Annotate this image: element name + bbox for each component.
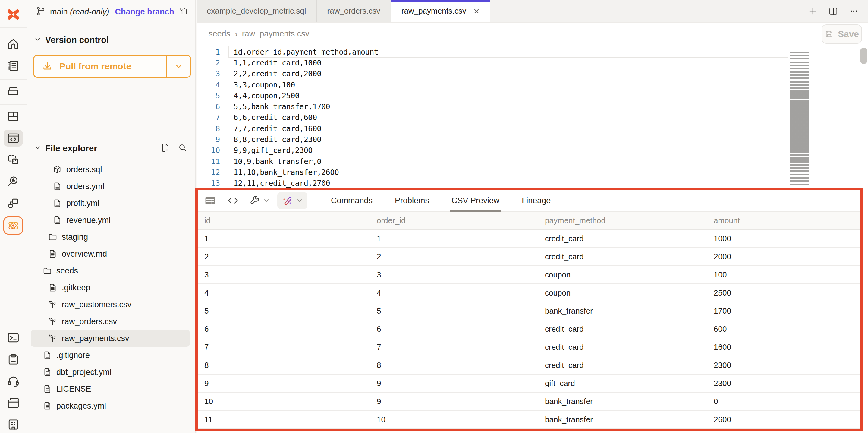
breadcrumb-folder[interactable]: seeds — [209, 29, 230, 38]
ai-fix-button[interactable] — [277, 192, 307, 209]
minimap[interactable] — [789, 48, 809, 185]
file-tree-item[interactable]: seeds — [31, 262, 190, 279]
table-row[interactable]: 44coupon2500 — [198, 284, 860, 302]
dashboard-grid-icon[interactable] — [4, 108, 23, 125]
table-row[interactable]: 109bank_transfer0 — [198, 393, 860, 411]
divider — [316, 194, 316, 207]
file-tree-item[interactable]: overview.md — [31, 246, 190, 262]
csv-preview-table: idorder_idpayment_methodamount 11credit_… — [198, 212, 860, 429]
file-tree-item[interactable]: orders.yml — [31, 178, 190, 195]
table-row[interactable]: 33coupon100 — [198, 266, 860, 284]
file-tree-item[interactable]: raw_payments.csv — [31, 330, 190, 347]
file-tree-item[interactable]: orders.sql — [31, 161, 190, 178]
file-tree-item[interactable]: revenue.yml — [31, 212, 190, 229]
table-cell: coupon — [538, 270, 707, 280]
change-branch-link[interactable]: Change branch — [115, 7, 174, 17]
editor-tab[interactable]: example_develop_metric.sql — [196, 0, 317, 22]
chevron-down-icon[interactable] — [34, 144, 41, 153]
more-options-icon[interactable] — [849, 6, 859, 16]
organization-building-icon[interactable] — [4, 416, 23, 433]
editor-scrollbar-thumb[interactable] — [860, 48, 867, 64]
table-row[interactable]: 88credit_card2300 — [198, 356, 860, 375]
new-tab-icon[interactable] — [808, 6, 818, 16]
file-list: orders.sql orders.yml profit.yml revenue… — [28, 161, 195, 414]
editor-tab[interactable]: raw_payments.csv — [391, 0, 490, 22]
line-content: 10,9,bank_transfer,0 — [234, 157, 321, 166]
table-cell: 9 — [370, 379, 538, 388]
divider — [0, 27, 27, 28]
terminal-icon[interactable] — [4, 329, 23, 346]
copy-icon[interactable] — [179, 6, 189, 17]
clipboard-icon[interactable] — [4, 351, 23, 368]
file-icon — [43, 368, 52, 377]
table-row[interactable]: 55bank_transfer1700 — [198, 302, 860, 320]
panel-tab[interactable]: Problems — [393, 190, 431, 211]
magic-wand-icon — [281, 195, 293, 206]
editor-line: 8 7,7,credit_card,1600 — [196, 123, 868, 134]
panel-tab[interactable]: Commands — [329, 190, 374, 211]
file-name: packages.yml — [56, 401, 106, 411]
table-row[interactable]: 66credit_card600 — [198, 320, 860, 338]
file-tree-item[interactable]: packages.yml — [31, 397, 190, 414]
explore-search-icon[interactable] — [4, 173, 23, 190]
file-tree-item[interactable]: LICENSE — [31, 380, 190, 397]
panel-tab[interactable]: Lineage — [520, 190, 553, 211]
browser-windows-icon[interactable] — [4, 395, 23, 411]
code-view-icon[interactable] — [227, 195, 239, 206]
pull-options-caret[interactable] — [167, 56, 190, 77]
chevron-down-icon[interactable] — [34, 35, 41, 44]
table-row[interactable]: 11credit_card1000 — [198, 230, 860, 248]
build-wrench-icon[interactable] — [249, 195, 260, 206]
file-tree-item[interactable]: raw_customers.csv — [31, 296, 190, 313]
split-editor-icon[interactable] — [828, 6, 838, 16]
notebook-icon[interactable] — [4, 57, 23, 74]
code-editor-icon[interactable] — [4, 129, 23, 147]
file-tree-item[interactable]: dbt_project.yml — [31, 364, 190, 380]
table-cell: 0 — [707, 397, 860, 406]
pull-from-remote-button[interactable]: Pull from remote — [33, 55, 191, 78]
editor-tab[interactable]: raw_orders.csv — [317, 0, 391, 22]
table-cell: 8 — [198, 360, 370, 370]
tab-label: example_develop_metric.sql — [207, 6, 306, 16]
line-content: 6,6,credit_card,600 — [234, 113, 317, 122]
preview-table-icon[interactable] — [204, 195, 216, 206]
file-tree-item[interactable]: .gitkeep — [31, 279, 190, 296]
headset-support-icon[interactable] — [4, 373, 23, 389]
breadcrumb-row: seeds › raw_payments.csv Save — [196, 23, 868, 45]
code-editor[interactable]: 1 id,order_id,payment_method,amount 2 1,… — [196, 45, 868, 187]
table-cell: 100 — [707, 270, 860, 280]
seedling-icon — [48, 300, 57, 309]
table-cell: 2 — [370, 252, 538, 261]
app-logo-icon[interactable] — [4, 5, 23, 24]
close-tab-icon[interactable] — [473, 7, 480, 15]
panel-tab[interactable]: CSV Preview — [450, 190, 501, 211]
bottom-panel-highlight: CommandsProblemsCSV PreviewLineage idord… — [195, 187, 863, 431]
table-row[interactable]: 99gift_card2300 — [198, 375, 860, 393]
search-icon[interactable] — [178, 143, 187, 154]
ai-assistant-icon[interactable] — [3, 216, 23, 235]
file-tree-item[interactable]: .gitignore — [31, 347, 190, 364]
linked-windows-icon[interactable] — [4, 195, 23, 212]
editor-line: 2 1,1,credit_card,1000 — [196, 57, 868, 68]
table-cell: credit_card — [538, 252, 707, 261]
activity-bar — [0, 0, 27, 433]
data-stack-icon[interactable] — [4, 83, 23, 99]
file-tree-item[interactable]: profit.yml — [31, 195, 190, 212]
table-cell: 6 — [370, 324, 538, 334]
file-explorer-section: File explorer orders.sql orders.yml prof… — [28, 140, 195, 414]
home-icon[interactable] — [4, 36, 23, 53]
file-tree-item[interactable]: staging — [31, 229, 190, 246]
line-content: id,order_id,payment_method,amount — [234, 48, 378, 56]
table-row[interactable]: 22credit_card2000 — [198, 248, 860, 266]
breadcrumb-file[interactable]: raw_payments.csv — [242, 29, 310, 38]
table-cell: 3 — [370, 270, 538, 280]
file-tree-item[interactable]: raw_orders.csv — [31, 313, 190, 330]
save-button[interactable]: Save — [822, 24, 862, 44]
table-row[interactable]: 77credit_card1600 — [198, 338, 860, 356]
table-cell: 5 — [198, 306, 370, 316]
new-file-icon[interactable] — [160, 143, 170, 154]
tab-label: raw_orders.csv — [327, 6, 380, 16]
table-row[interactable]: 1110bank_transfer2600 — [198, 411, 860, 429]
chevron-down-icon[interactable] — [263, 197, 270, 204]
canvas-select-icon[interactable] — [4, 151, 23, 168]
